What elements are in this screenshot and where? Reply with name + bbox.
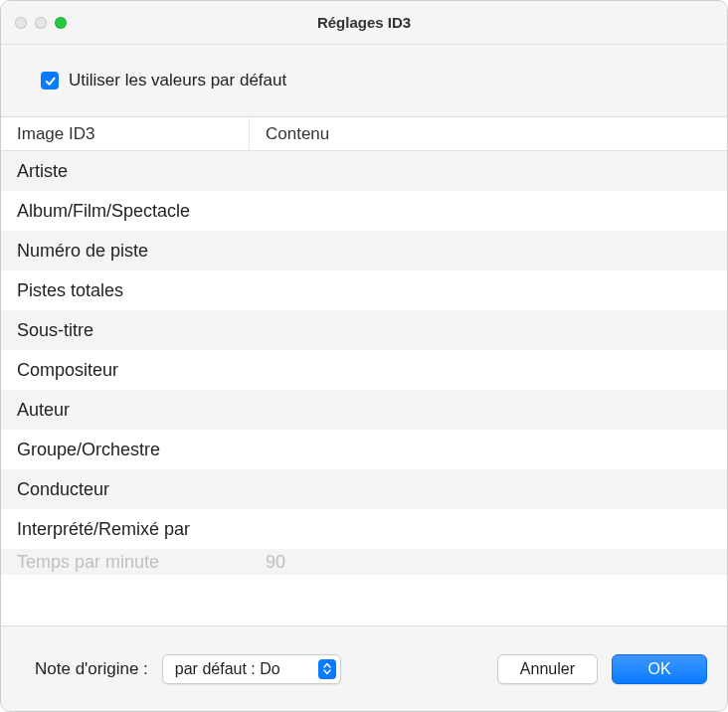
titlebar: Réglages ID3 xyxy=(1,1,727,45)
table-row[interactable]: Pistes totales xyxy=(1,270,727,310)
row-label: Album/Film/Spectacle xyxy=(1,201,250,222)
table-row[interactable]: Album/Film/Spectacle xyxy=(1,191,727,231)
settings-window: Réglages ID3 Utiliser les valeurs par dé… xyxy=(0,0,728,712)
chevron-up-down-icon xyxy=(318,659,336,679)
row-label: Numéro de piste xyxy=(1,241,250,262)
origin-note-value: par défaut : Do xyxy=(175,660,312,678)
defaults-section: Utiliser les valeurs par défaut xyxy=(1,45,727,117)
cancel-button[interactable]: Annuler xyxy=(497,654,598,684)
row-label: Interprété/Remixé par xyxy=(1,519,250,540)
bottom-bar: Note d'origine : par défaut : Do Annuler… xyxy=(1,625,727,711)
row-label: Groupe/Orchestre xyxy=(1,440,250,460)
table-row[interactable]: Temps par minute90 xyxy=(1,549,727,575)
use-defaults-checkbox[interactable] xyxy=(41,72,59,89)
table-row[interactable]: Conducteur xyxy=(1,469,727,509)
zoom-window-button[interactable] xyxy=(55,17,67,29)
table-row[interactable]: Artiste xyxy=(1,151,727,191)
row-label: Auteur xyxy=(1,400,250,421)
table-header: Image ID3 Contenu xyxy=(1,117,727,151)
row-label: Pistes totales xyxy=(1,280,250,301)
origin-note-label: Note d'origine : xyxy=(35,659,148,679)
ok-button[interactable]: OK xyxy=(612,654,707,684)
table-row[interactable]: Groupe/Orchestre xyxy=(1,430,727,469)
origin-note-popup[interactable]: par défaut : Do xyxy=(162,654,341,684)
table-row[interactable]: Interprété/Remixé par xyxy=(1,509,727,549)
table-row[interactable]: Auteur xyxy=(1,390,727,430)
table-row[interactable]: Sous-titre xyxy=(1,310,727,350)
table-row[interactable]: Compositeur xyxy=(1,350,727,390)
minimize-window-button[interactable] xyxy=(35,17,47,29)
row-label: Conducteur xyxy=(1,479,250,500)
row-label: Artiste xyxy=(1,161,250,182)
checkmark-icon xyxy=(44,75,57,88)
table-body[interactable]: ArtisteAlbum/Film/SpectacleNuméro de pis… xyxy=(1,151,727,625)
close-window-button[interactable] xyxy=(15,17,27,29)
row-label: Compositeur xyxy=(1,360,250,381)
use-defaults-checkbox-row[interactable]: Utiliser les valeurs par défaut xyxy=(41,71,707,90)
row-content[interactable]: 90 xyxy=(250,552,727,573)
column-header-content[interactable]: Contenu xyxy=(250,124,727,144)
table-row[interactable]: Numéro de piste xyxy=(1,231,727,270)
use-defaults-label: Utiliser les valeurs par défaut xyxy=(69,71,286,90)
row-label: Temps par minute xyxy=(1,552,250,573)
id3-table: Image ID3 Contenu ArtisteAlbum/Film/Spec… xyxy=(1,117,727,625)
row-label: Sous-titre xyxy=(1,320,250,341)
column-header-image[interactable]: Image ID3 xyxy=(1,117,250,150)
window-title: Réglages ID3 xyxy=(1,14,727,31)
traffic-lights xyxy=(1,17,67,29)
